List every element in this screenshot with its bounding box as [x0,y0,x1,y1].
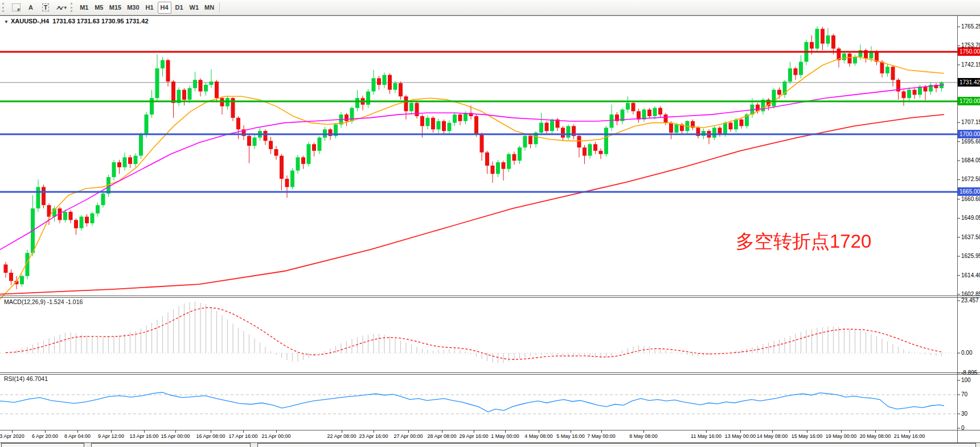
price-level-label: 1750.00 [958,47,980,56]
price-level-label: 1665.00 [958,187,980,196]
price-tick-label: 1660.60 [961,195,980,203]
price-tick-label: 1742.15 [961,61,980,69]
chart-tab[interactable] [1,443,84,447]
price-tick-label: 1625.95 [961,252,980,260]
chart-tab[interactable] [257,443,976,447]
rsi-tick-label: 70 [961,391,967,399]
time-label: 21 Apr 00:00 [251,433,302,439]
price-tick-label: 1765.25 [961,23,980,31]
chart-tab[interactable] [91,443,251,447]
time-label: 8 May 08:00 [618,433,669,439]
price-level-label: 1700.00 [958,130,980,138]
price-tick-label: 1695.60 [961,138,980,146]
price-tick-label: 1637.50 [961,233,980,241]
macd-tick-label: 23.457 [961,297,979,305]
price-level-label: 1720.00 [958,97,980,105]
bottom-tab-strip[interactable] [0,443,980,447]
price-tick-label: 1684.05 [961,157,980,165]
macd-tick-label: 0.00 [961,349,972,357]
price-tick-label: 1614.40 [961,272,980,280]
time-label: 21 May 16:00 [884,433,935,439]
rsi-tick-label: 100 [961,376,971,384]
trading-terminal-window: F A T ↗↙ ▾ M1 M5 M15 M30 H1 H4 D1 W1 MN … [0,0,980,447]
price-tick-label: 1707.15 [961,118,980,126]
current-price-label: 1731.42 [958,78,980,87]
price-tick-label: 1649.05 [961,214,980,222]
macd-tick-label: -8.895 [961,369,977,377]
rsi-tick-label: 30 [961,410,967,418]
rsi-tick-label: 0 [961,424,965,432]
price-tick-label: 1672.50 [961,175,980,183]
